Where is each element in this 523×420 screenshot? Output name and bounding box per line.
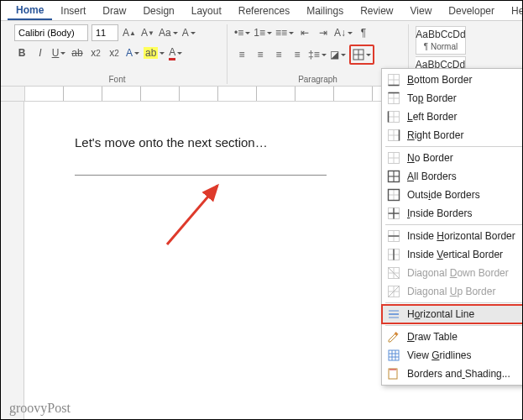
menu-item-border-ih[interactable]: Inside Horizontal Border [382, 227, 523, 245]
border-ih-icon [387, 229, 400, 243]
menu-item-label: Draw Table [407, 331, 458, 343]
menu-item-label: Inside Vertical Border [407, 249, 503, 260]
menu-item-border-outside[interactable]: Outside Borders [382, 186, 523, 204]
menu-item-label: No Border [407, 152, 453, 164]
show-marks-button[interactable]: ¶ [356, 24, 371, 41]
border-outside-icon [387, 188, 400, 202]
menu-item-label: Right Border [407, 129, 463, 141]
shrink-font-button[interactable]: A▼ [140, 24, 155, 41]
change-case-button[interactable]: Aa [159, 24, 178, 41]
ribbon-tabs: HomeInsertDrawDesignLayoutReferencesMail… [1, 1, 522, 21]
menu-item-label: Borders and Shading... [407, 368, 510, 380]
menu-item-label: Inside Borders [407, 207, 472, 219]
menu-item-hline[interactable]: Horizontal Line [382, 305, 523, 323]
bold-button[interactable]: B [14, 45, 29, 61]
border-diag-up-icon [387, 285, 400, 298]
border-diag-down-icon [387, 266, 400, 280]
line-spacing-button[interactable]: ‡≡ [308, 46, 327, 63]
ribbon-tab-help[interactable]: Help [503, 3, 523, 19]
menu-item-border-left[interactable]: Left Border [382, 108, 523, 126]
menu-item-border-right[interactable]: Right Border [382, 126, 523, 144]
ribbon-tab-developer[interactable]: Developer [440, 3, 503, 19]
menu-item-borders-shading[interactable]: Borders and Shading... [382, 365, 523, 383]
menu-item-border-top[interactable]: Top Border [382, 89, 523, 108]
menu-item-border-iv[interactable]: Inside Vertical Border [382, 245, 523, 264]
inserted-horizontal-line [75, 175, 327, 176]
font-group-label: Font [14, 73, 220, 84]
menu-separator [385, 302, 523, 303]
align-right-button[interactable]: ≡ [271, 46, 286, 63]
menu-item-label: All Borders [407, 171, 457, 182]
menu-item-label: Left Border [407, 111, 457, 123]
shading-button[interactable]: ◪ [330, 46, 346, 63]
border-left-icon [387, 110, 400, 123]
bullets-button[interactable]: •≡ [234, 24, 250, 41]
menu-separator [385, 224, 523, 225]
multilevel-button[interactable]: ≡≡ [275, 24, 294, 41]
strike-button[interactable]: ab [70, 45, 85, 61]
font-size-combo[interactable] [92, 24, 118, 41]
svg-line-3 [167, 186, 217, 244]
borders-button[interactable] [349, 45, 374, 65]
ribbon-tab-references[interactable]: References [230, 3, 298, 19]
indent-left-button[interactable]: ⇤ [297, 24, 312, 41]
border-none-icon [387, 151, 400, 165]
menu-item-label: Diagonal Up Border [407, 286, 495, 297]
menu-item-label: Top Border [407, 92, 457, 104]
ribbon-tab-mailings[interactable]: Mailings [298, 3, 352, 19]
ribbon-tab-layout[interactable]: Layout [183, 3, 230, 19]
clear-format-button[interactable]: A [181, 24, 196, 41]
border-inside-icon [387, 207, 400, 220]
grow-font-button[interactable]: A▲ [122, 24, 137, 41]
ribbon-tab-design[interactable]: Design [134, 3, 182, 19]
vertical-ruler[interactable] [1, 102, 24, 420]
watermark-text: groovyPost [9, 401, 71, 416]
menu-item-border-diag-up: Diagonal Up Border [382, 282, 523, 301]
font-color-button[interactable]: A [168, 45, 183, 61]
font-name-combo[interactable] [14, 24, 88, 41]
numbering-button[interactable]: 1≡ [254, 24, 272, 41]
ribbon-tab-view[interactable]: View [402, 3, 441, 19]
menu-item-border-bottom[interactable]: Bottom Border [382, 71, 523, 89]
menu-separator [385, 325, 523, 326]
style-normal-label: ¶ Normal [424, 42, 458, 51]
font-group: A▲ A▼ Aa A B I U ab x2 x2 A ab A Font [8, 24, 228, 84]
menu-item-border-all[interactable]: All Borders [382, 167, 523, 186]
align-center-button[interactable]: ≡ [253, 46, 268, 63]
menu-item-border-inside[interactable]: Inside Borders [382, 204, 523, 223]
menu-item-label: Bottom Border [407, 74, 472, 86]
italic-button[interactable]: I [33, 45, 48, 61]
style-normal[interactable]: AaBbCcDd ¶ Normal [416, 26, 466, 55]
ribbon-tab-review[interactable]: Review [352, 3, 401, 19]
menu-separator [385, 146, 523, 147]
align-left-button[interactable]: ≡ [234, 46, 249, 63]
hline-icon [387, 307, 400, 321]
border-bottom-icon [387, 73, 400, 87]
svg-rect-58 [389, 350, 399, 360]
menu-item-gridlines[interactable]: View Gridlines [382, 346, 523, 365]
highlight-button[interactable]: ab [144, 45, 165, 61]
superscript-button[interactable]: x2 [107, 45, 122, 61]
borders-shading-icon [387, 367, 400, 381]
ribbon-tab-draw[interactable]: Draw [94, 3, 134, 19]
justify-button[interactable]: ≡ [290, 46, 305, 63]
text-effects-button[interactable]: A [125, 45, 140, 61]
svg-rect-57 [395, 332, 399, 336]
ribbon-tab-home[interactable]: Home [8, 2, 52, 20]
menu-item-border-none[interactable]: No Border [382, 149, 523, 167]
sort-button[interactable]: A↓ [334, 24, 353, 41]
border-all-icon [387, 170, 400, 183]
menu-item-draw-table[interactable]: Draw Table [382, 328, 523, 346]
borders-dropdown-menu: Bottom BorderTop BorderLeft BorderRight … [381, 68, 523, 386]
underline-button[interactable]: U [51, 45, 66, 61]
border-top-icon [387, 92, 400, 105]
border-right-icon [387, 129, 400, 142]
indent-right-button[interactable]: ⇥ [316, 24, 331, 41]
paragraph-group-label: Paragraph [234, 73, 401, 84]
subscript-button[interactable]: x2 [88, 45, 103, 61]
menu-item-label: Diagonal Down Border [407, 267, 509, 279]
draw-table-icon [387, 330, 400, 344]
ribbon-tab-insert[interactable]: Insert [52, 3, 94, 19]
border-iv-icon [387, 248, 400, 261]
menu-item-label: View Gridlines [407, 349, 472, 361]
